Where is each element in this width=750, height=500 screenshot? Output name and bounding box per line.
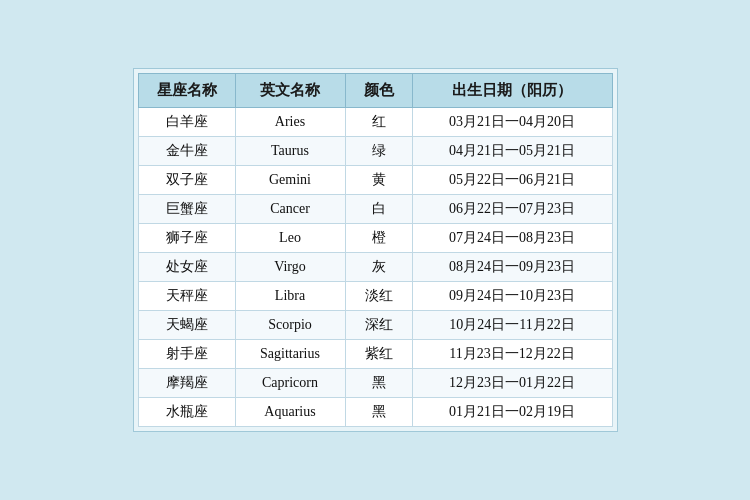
table-row: 金牛座Taurus绿04月21日一05月21日 <box>138 137 612 166</box>
cell-english: Leo <box>235 224 345 253</box>
cell-date: 04月21日一05月21日 <box>412 137 612 166</box>
cell-english: Aquarius <box>235 398 345 427</box>
cell-color: 淡红 <box>345 282 412 311</box>
cell-color: 白 <box>345 195 412 224</box>
cell-color: 黄 <box>345 166 412 195</box>
cell-date: 03月21日一04月20日 <box>412 108 612 137</box>
cell-color: 灰 <box>345 253 412 282</box>
cell-date: 10月24日一11月22日 <box>412 311 612 340</box>
cell-english: Libra <box>235 282 345 311</box>
zodiac-table-container: 星座名称 英文名称 颜色 出生日期（阳历） 白羊座Aries红03月21日一04… <box>133 68 618 432</box>
table-row: 白羊座Aries红03月21日一04月20日 <box>138 108 612 137</box>
cell-english: Cancer <box>235 195 345 224</box>
cell-english: Scorpio <box>235 311 345 340</box>
cell-date: 09月24日一10月23日 <box>412 282 612 311</box>
cell-chinese: 金牛座 <box>138 137 235 166</box>
cell-date: 01月21日一02月19日 <box>412 398 612 427</box>
cell-date: 11月23日一12月22日 <box>412 340 612 369</box>
header-date: 出生日期（阳历） <box>412 74 612 108</box>
cell-english: Aries <box>235 108 345 137</box>
cell-color: 绿 <box>345 137 412 166</box>
cell-chinese: 白羊座 <box>138 108 235 137</box>
cell-date: 08月24日一09月23日 <box>412 253 612 282</box>
zodiac-table: 星座名称 英文名称 颜色 出生日期（阳历） 白羊座Aries红03月21日一04… <box>138 73 613 427</box>
cell-chinese: 摩羯座 <box>138 369 235 398</box>
cell-color: 黑 <box>345 398 412 427</box>
header-english: 英文名称 <box>235 74 345 108</box>
table-row: 巨蟹座Cancer白06月22日一07月23日 <box>138 195 612 224</box>
cell-date: 06月22日一07月23日 <box>412 195 612 224</box>
cell-color: 紫红 <box>345 340 412 369</box>
cell-chinese: 水瓶座 <box>138 398 235 427</box>
cell-chinese: 狮子座 <box>138 224 235 253</box>
cell-english: Taurus <box>235 137 345 166</box>
table-row: 摩羯座Capricorn黑12月23日一01月22日 <box>138 369 612 398</box>
cell-chinese: 射手座 <box>138 340 235 369</box>
cell-english: Gemini <box>235 166 345 195</box>
table-row: 射手座Sagittarius紫红11月23日一12月22日 <box>138 340 612 369</box>
cell-chinese: 天蝎座 <box>138 311 235 340</box>
cell-color: 红 <box>345 108 412 137</box>
header-color: 颜色 <box>345 74 412 108</box>
cell-english: Virgo <box>235 253 345 282</box>
cell-english: Sagittarius <box>235 340 345 369</box>
table-row: 天秤座Libra淡红09月24日一10月23日 <box>138 282 612 311</box>
cell-date: 07月24日一08月23日 <box>412 224 612 253</box>
cell-chinese: 天秤座 <box>138 282 235 311</box>
cell-english: Capricorn <box>235 369 345 398</box>
table-row: 天蝎座Scorpio深红10月24日一11月22日 <box>138 311 612 340</box>
header-chinese: 星座名称 <box>138 74 235 108</box>
cell-color: 黑 <box>345 369 412 398</box>
cell-chinese: 巨蟹座 <box>138 195 235 224</box>
cell-date: 05月22日一06月21日 <box>412 166 612 195</box>
table-header-row: 星座名称 英文名称 颜色 出生日期（阳历） <box>138 74 612 108</box>
table-row: 狮子座Leo橙07月24日一08月23日 <box>138 224 612 253</box>
table-row: 水瓶座Aquarius黑01月21日一02月19日 <box>138 398 612 427</box>
table-row: 处女座Virgo灰08月24日一09月23日 <box>138 253 612 282</box>
cell-chinese: 双子座 <box>138 166 235 195</box>
table-row: 双子座Gemini黄05月22日一06月21日 <box>138 166 612 195</box>
cell-color: 橙 <box>345 224 412 253</box>
cell-chinese: 处女座 <box>138 253 235 282</box>
cell-date: 12月23日一01月22日 <box>412 369 612 398</box>
cell-color: 深红 <box>345 311 412 340</box>
